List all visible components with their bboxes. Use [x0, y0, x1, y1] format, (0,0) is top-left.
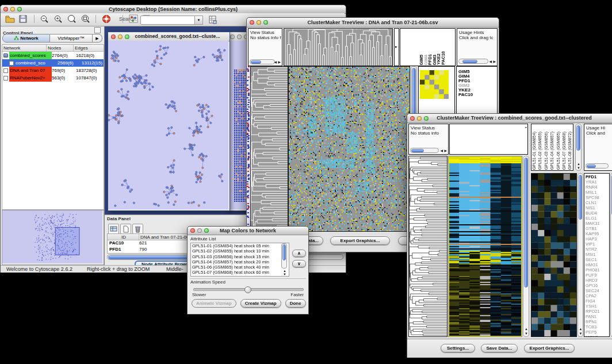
close-button[interactable]	[230, 35, 235, 39]
scroll-right-icon[interactable]: ▶	[444, 149, 447, 152]
birdseye-view[interactable]	[2, 210, 104, 265]
dialog-button[interactable]: Create Vizmap	[240, 299, 281, 308]
tab-vizmapper[interactable]: VizMapper™	[50, 34, 93, 43]
column-label[interactable]: GPL51-01 (GSM854)	[532, 132, 538, 170]
network-row[interactable]: RNAPuberNov2+ 563(0) 107847(0)	[2, 74, 104, 82]
dialog-button[interactable]: Animate Vizmap	[192, 299, 236, 308]
tv2-zoom-heatmap[interactable]	[531, 173, 577, 337]
map-colors-titlebar[interactable]: Map Colors to Network	[188, 227, 308, 235]
scroll-up-icon[interactable]: ▲	[577, 162, 580, 166]
tv1-hints-scrollbar[interactable]	[458, 59, 488, 64]
slider-thumb[interactable]	[244, 286, 251, 293]
gene-label[interactable]: RPN1	[586, 319, 609, 324]
scroll-up-icon[interactable]: ▲	[525, 327, 528, 331]
network-row[interactable]: combined_sco 2569(6) 13112(15)	[2, 59, 104, 67]
delete-attribute-icon[interactable]	[132, 224, 143, 234]
gene-label[interactable]: NTR2	[586, 247, 609, 252]
gene-label[interactable]: SPC98	[586, 195, 609, 200]
gene-label[interactable]: SEC1	[586, 257, 609, 262]
attribute-list-item[interactable]: GPL51-04 (GSM857) heat shock 20 min	[191, 259, 289, 265]
close-button[interactable]	[3, 7, 8, 12]
tv2-status-scrollbar[interactable]	[410, 148, 439, 153]
gene-label[interactable]: PHO81	[586, 267, 609, 273]
attribute-list-item[interactable]: GPL51-02 (GSM855) heat shock 10 min	[191, 248, 289, 254]
column-label[interactable]: GPL51-06 (GSM865)	[556, 132, 562, 170]
gene-label[interactable]: HRD3	[586, 278, 609, 283]
attribute-list-item[interactable]: GPL51-03 (GSM856) heat shock 15 min	[191, 254, 289, 259]
gene-label[interactable]: YRA1	[586, 179, 609, 185]
move-up-button[interactable]: ∧	[292, 250, 306, 257]
gene-label[interactable]: PEP5	[586, 329, 609, 335]
scroll-right-icon[interactable]: ▶	[278, 60, 281, 64]
tv2-zoom-vscrollbar[interactable]: ▲ ▼	[577, 173, 583, 337]
tv2-labels-scrollbar[interactable]: ▲ ▼	[575, 124, 582, 171]
tv1-global-heatmap[interactable]	[288, 66, 410, 232]
gene-label[interactable]: FIG4	[586, 298, 609, 304]
search-input[interactable]	[140, 16, 197, 25]
tv2-global-heatmap[interactable]	[448, 156, 522, 337]
tv2-settings-button[interactable]: Settings...	[441, 344, 475, 352]
gene-label[interactable]: MON2	[586, 335, 609, 337]
zoom-in-icon[interactable]	[53, 14, 63, 24]
gene-label[interactable]: PAN1	[586, 314, 609, 319]
close-button[interactable]	[410, 116, 415, 121]
scroll-down-icon[interactable]: ▼	[579, 332, 583, 335]
gene-label[interactable]: BUD4	[586, 210, 609, 216]
scroll-right-icon[interactable]: ▶	[493, 60, 496, 63]
gene-label[interactable]: HAP3	[586, 236, 609, 242]
gene-label[interactable]: VIP1	[586, 242, 609, 247]
column-label[interactable]: PFD1	[427, 54, 432, 65]
scroll-right-icon[interactable]: ▶	[395, 45, 397, 48]
network-row[interactable]: DNA and Tran 07 769(0) 183728(0)	[2, 67, 104, 74]
minimize-button[interactable]	[197, 228, 202, 233]
zoom-button[interactable]	[424, 116, 429, 121]
zoom-button[interactable]	[17, 7, 22, 12]
gene-label[interactable]: CLN1	[586, 200, 609, 205]
gene-label[interactable]: GTB1	[586, 226, 609, 231]
float-panel-icon[interactable]	[94, 27, 101, 33]
minimize-button[interactable]	[118, 35, 123, 39]
tv1-zoom-heatmap[interactable]	[420, 70, 449, 99]
zoom-out-icon[interactable]	[40, 14, 49, 24]
tv2-column-dendrogram-area[interactable]: ▸	[449, 124, 528, 155]
cytoscape-titlebar[interactable]: Cytoscape Desktop (Session Name: collins…	[1, 5, 346, 14]
minimize-button[interactable]	[10, 7, 15, 12]
tv1-status-scrollbar[interactable]	[250, 59, 275, 64]
tv2-export-graphics-button[interactable]: Export Graphics...	[524, 344, 575, 352]
scroll-left-icon[interactable]: ◀	[440, 149, 443, 152]
move-down-button[interactable]: ∨	[292, 260, 306, 267]
dialog-button[interactable]: Done	[285, 299, 306, 308]
zoom-selected-icon[interactable]	[67, 14, 76, 24]
tv2-row-dendrogram[interactable]	[408, 156, 447, 337]
zoom-fit-icon[interactable]	[81, 14, 90, 24]
help-lifesaver-icon[interactable]	[102, 14, 112, 24]
column-label[interactable]: GPL51-04 (GSM857)	[550, 132, 556, 170]
gene-label[interactable]: GPI16	[586, 283, 609, 288]
attribute-list-item[interactable]: GPL51-07 (GSM868) heat shock 60 min	[191, 270, 289, 275]
tv2-heatmap-vscrollbar[interactable]: ▲ ▼	[523, 156, 529, 337]
treeview-combined-titlebar[interactable]: ClusterMaker TreeView : combined_scores_…	[407, 114, 612, 123]
gene-label[interactable]: MSI1	[586, 252, 609, 257]
zoom-button[interactable]	[125, 35, 129, 39]
column-label[interactable]: PAC10	[441, 51, 445, 65]
scroll-left-icon[interactable]: ◀	[489, 60, 492, 63]
tab-network[interactable]: Network	[2, 34, 50, 43]
column-label[interactable]: GPL51-03 (GSM856)	[544, 132, 550, 170]
column-label[interactable]: GIM5	[419, 55, 423, 65]
open-file-icon[interactable]	[5, 14, 15, 24]
minimize-button[interactable]	[257, 20, 261, 25]
gene-label[interactable]: MAK31	[586, 221, 609, 226]
network-row[interactable]: combined_scores 2764(0) 16218(0)	[2, 52, 104, 59]
attribute-select-icon[interactable]	[108, 224, 119, 234]
close-button[interactable]	[250, 20, 254, 25]
tv1-column-dendrogram[interactable]	[284, 28, 393, 66]
treeview-dna-titlebar[interactable]: ClusterMaker TreeView : DNA and Tran 07-…	[247, 18, 499, 28]
gene-label[interactable]: TCB3	[586, 324, 609, 329]
gene-label[interactable]: NIS1	[586, 205, 609, 210]
column-label[interactable]: GPL51-08 (GSM872)	[568, 132, 573, 170]
gene-label[interactable]: PUF3	[586, 273, 609, 278]
attribute-table-icon[interactable]	[208, 15, 218, 24]
tv1-row-dendrogram[interactable]	[250, 66, 288, 232]
column-label[interactable]: YKE2	[436, 53, 441, 65]
scroll-left-icon[interactable]: ◀	[274, 60, 277, 64]
